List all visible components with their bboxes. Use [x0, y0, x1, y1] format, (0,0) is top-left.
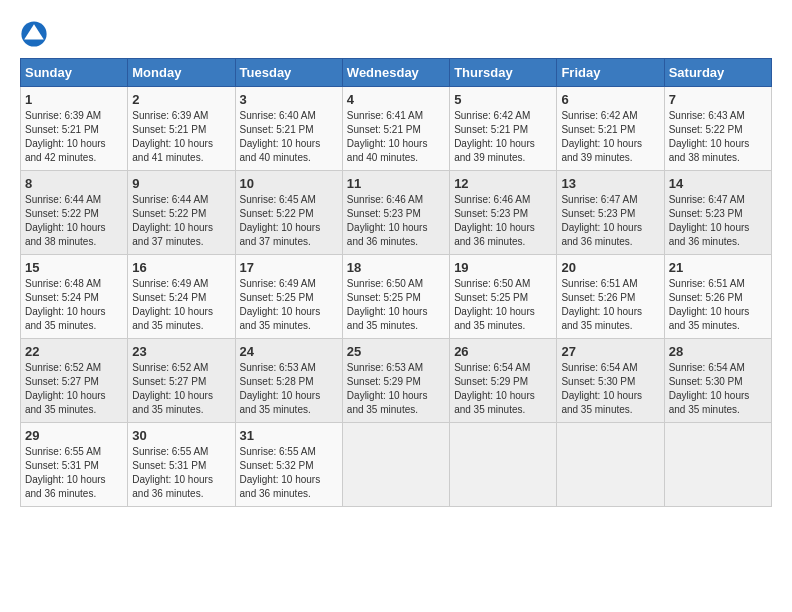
calendar-week-2: 8Sunrise: 6:44 AM Sunset: 5:22 PM Daylig…: [21, 171, 772, 255]
calendar-cell: 12Sunrise: 6:46 AM Sunset: 5:23 PM Dayli…: [450, 171, 557, 255]
calendar-cell: 19Sunrise: 6:50 AM Sunset: 5:25 PM Dayli…: [450, 255, 557, 339]
day-number: 15: [25, 260, 123, 275]
day-number: 21: [669, 260, 767, 275]
day-info: Sunrise: 6:54 AM Sunset: 5:30 PM Dayligh…: [669, 361, 767, 417]
calendar-week-4: 22Sunrise: 6:52 AM Sunset: 5:27 PM Dayli…: [21, 339, 772, 423]
day-number: 1: [25, 92, 123, 107]
day-info: Sunrise: 6:44 AM Sunset: 5:22 PM Dayligh…: [132, 193, 230, 249]
day-header-sunday: Sunday: [21, 59, 128, 87]
calendar-cell: 13Sunrise: 6:47 AM Sunset: 5:23 PM Dayli…: [557, 171, 664, 255]
calendar-cell: 21Sunrise: 6:51 AM Sunset: 5:26 PM Dayli…: [664, 255, 771, 339]
day-number: 4: [347, 92, 445, 107]
day-info: Sunrise: 6:50 AM Sunset: 5:25 PM Dayligh…: [454, 277, 552, 333]
day-info: Sunrise: 6:50 AM Sunset: 5:25 PM Dayligh…: [347, 277, 445, 333]
day-number: 8: [25, 176, 123, 191]
day-number: 3: [240, 92, 338, 107]
calendar-cell: 1Sunrise: 6:39 AM Sunset: 5:21 PM Daylig…: [21, 87, 128, 171]
calendar-cell: 4Sunrise: 6:41 AM Sunset: 5:21 PM Daylig…: [342, 87, 449, 171]
day-number: 2: [132, 92, 230, 107]
day-number: 31: [240, 428, 338, 443]
svg-rect-2: [27, 35, 41, 38]
calendar-week-1: 1Sunrise: 6:39 AM Sunset: 5:21 PM Daylig…: [21, 87, 772, 171]
day-number: 16: [132, 260, 230, 275]
calendar-cell: 24Sunrise: 6:53 AM Sunset: 5:28 PM Dayli…: [235, 339, 342, 423]
day-number: 12: [454, 176, 552, 191]
day-info: Sunrise: 6:51 AM Sunset: 5:26 PM Dayligh…: [669, 277, 767, 333]
day-number: 11: [347, 176, 445, 191]
day-header-tuesday: Tuesday: [235, 59, 342, 87]
calendar-cell: 11Sunrise: 6:46 AM Sunset: 5:23 PM Dayli…: [342, 171, 449, 255]
day-number: 5: [454, 92, 552, 107]
day-number: 19: [454, 260, 552, 275]
day-header-saturday: Saturday: [664, 59, 771, 87]
day-info: Sunrise: 6:52 AM Sunset: 5:27 PM Dayligh…: [132, 361, 230, 417]
calendar-cell: 14Sunrise: 6:47 AM Sunset: 5:23 PM Dayli…: [664, 171, 771, 255]
calendar-cell: 22Sunrise: 6:52 AM Sunset: 5:27 PM Dayli…: [21, 339, 128, 423]
day-info: Sunrise: 6:49 AM Sunset: 5:25 PM Dayligh…: [240, 277, 338, 333]
day-info: Sunrise: 6:44 AM Sunset: 5:22 PM Dayligh…: [25, 193, 123, 249]
day-header-thursday: Thursday: [450, 59, 557, 87]
calendar-cell: 25Sunrise: 6:53 AM Sunset: 5:29 PM Dayli…: [342, 339, 449, 423]
calendar-cell: 5Sunrise: 6:42 AM Sunset: 5:21 PM Daylig…: [450, 87, 557, 171]
day-number: 6: [561, 92, 659, 107]
day-number: 18: [347, 260, 445, 275]
calendar-cell: 8Sunrise: 6:44 AM Sunset: 5:22 PM Daylig…: [21, 171, 128, 255]
calendar-cell: 15Sunrise: 6:48 AM Sunset: 5:24 PM Dayli…: [21, 255, 128, 339]
day-info: Sunrise: 6:45 AM Sunset: 5:22 PM Dayligh…: [240, 193, 338, 249]
calendar-cell: 6Sunrise: 6:42 AM Sunset: 5:21 PM Daylig…: [557, 87, 664, 171]
calendar-cell: 30Sunrise: 6:55 AM Sunset: 5:31 PM Dayli…: [128, 423, 235, 507]
calendar-header-row: SundayMondayTuesdayWednesdayThursdayFrid…: [21, 59, 772, 87]
day-number: 17: [240, 260, 338, 275]
calendar-cell: 23Sunrise: 6:52 AM Sunset: 5:27 PM Dayli…: [128, 339, 235, 423]
calendar-cell: [664, 423, 771, 507]
day-info: Sunrise: 6:48 AM Sunset: 5:24 PM Dayligh…: [25, 277, 123, 333]
day-info: Sunrise: 6:43 AM Sunset: 5:22 PM Dayligh…: [669, 109, 767, 165]
calendar-cell: [342, 423, 449, 507]
day-info: Sunrise: 6:54 AM Sunset: 5:30 PM Dayligh…: [561, 361, 659, 417]
day-info: Sunrise: 6:46 AM Sunset: 5:23 PM Dayligh…: [454, 193, 552, 249]
day-header-monday: Monday: [128, 59, 235, 87]
day-number: 10: [240, 176, 338, 191]
calendar-cell: 31Sunrise: 6:55 AM Sunset: 5:32 PM Dayli…: [235, 423, 342, 507]
calendar-cell: [557, 423, 664, 507]
calendar-cell: 17Sunrise: 6:49 AM Sunset: 5:25 PM Dayli…: [235, 255, 342, 339]
day-number: 26: [454, 344, 552, 359]
day-info: Sunrise: 6:54 AM Sunset: 5:29 PM Dayligh…: [454, 361, 552, 417]
day-info: Sunrise: 6:49 AM Sunset: 5:24 PM Dayligh…: [132, 277, 230, 333]
day-info: Sunrise: 6:52 AM Sunset: 5:27 PM Dayligh…: [25, 361, 123, 417]
day-number: 30: [132, 428, 230, 443]
logo-icon: [20, 20, 48, 48]
page-header: [20, 20, 772, 48]
calendar-cell: 27Sunrise: 6:54 AM Sunset: 5:30 PM Dayli…: [557, 339, 664, 423]
calendar-cell: 20Sunrise: 6:51 AM Sunset: 5:26 PM Dayli…: [557, 255, 664, 339]
day-number: 22: [25, 344, 123, 359]
day-info: Sunrise: 6:47 AM Sunset: 5:23 PM Dayligh…: [669, 193, 767, 249]
calendar-cell: 3Sunrise: 6:40 AM Sunset: 5:21 PM Daylig…: [235, 87, 342, 171]
day-number: 7: [669, 92, 767, 107]
day-info: Sunrise: 6:47 AM Sunset: 5:23 PM Dayligh…: [561, 193, 659, 249]
calendar-cell: 18Sunrise: 6:50 AM Sunset: 5:25 PM Dayli…: [342, 255, 449, 339]
calendar-cell: 10Sunrise: 6:45 AM Sunset: 5:22 PM Dayli…: [235, 171, 342, 255]
day-number: 29: [25, 428, 123, 443]
calendar-cell: 29Sunrise: 6:55 AM Sunset: 5:31 PM Dayli…: [21, 423, 128, 507]
day-info: Sunrise: 6:55 AM Sunset: 5:31 PM Dayligh…: [132, 445, 230, 501]
calendar: SundayMondayTuesdayWednesdayThursdayFrid…: [20, 58, 772, 507]
calendar-cell: [450, 423, 557, 507]
logo: [20, 20, 52, 48]
calendar-cell: 9Sunrise: 6:44 AM Sunset: 5:22 PM Daylig…: [128, 171, 235, 255]
day-info: Sunrise: 6:42 AM Sunset: 5:21 PM Dayligh…: [454, 109, 552, 165]
day-info: Sunrise: 6:46 AM Sunset: 5:23 PM Dayligh…: [347, 193, 445, 249]
day-info: Sunrise: 6:55 AM Sunset: 5:31 PM Dayligh…: [25, 445, 123, 501]
day-number: 20: [561, 260, 659, 275]
calendar-cell: 26Sunrise: 6:54 AM Sunset: 5:29 PM Dayli…: [450, 339, 557, 423]
day-header-wednesday: Wednesday: [342, 59, 449, 87]
day-info: Sunrise: 6:39 AM Sunset: 5:21 PM Dayligh…: [25, 109, 123, 165]
day-info: Sunrise: 6:39 AM Sunset: 5:21 PM Dayligh…: [132, 109, 230, 165]
calendar-cell: 28Sunrise: 6:54 AM Sunset: 5:30 PM Dayli…: [664, 339, 771, 423]
day-number: 28: [669, 344, 767, 359]
calendar-cell: 16Sunrise: 6:49 AM Sunset: 5:24 PM Dayli…: [128, 255, 235, 339]
day-number: 24: [240, 344, 338, 359]
day-info: Sunrise: 6:40 AM Sunset: 5:21 PM Dayligh…: [240, 109, 338, 165]
day-info: Sunrise: 6:42 AM Sunset: 5:21 PM Dayligh…: [561, 109, 659, 165]
day-number: 13: [561, 176, 659, 191]
